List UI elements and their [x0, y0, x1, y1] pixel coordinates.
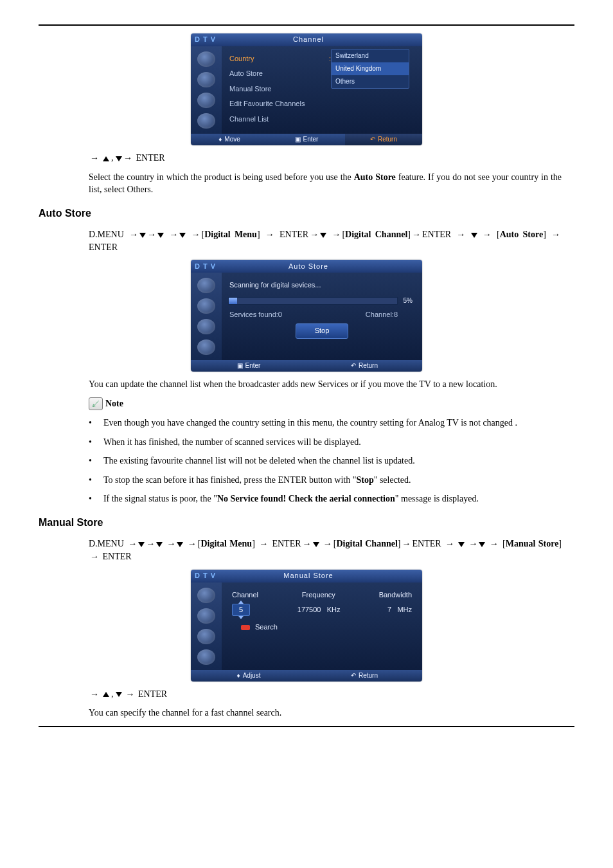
bandwidth-unit: MHz	[397, 606, 412, 613]
top-rule	[39, 24, 574, 26]
manual-headers: Channel Frequency Bandwidth	[228, 588, 416, 601]
side-icon	[197, 278, 215, 293]
bullet-list: •Even though you have changed the countr…	[89, 417, 562, 505]
progress-percent: 5%	[404, 296, 413, 305]
side-icon	[197, 72, 215, 87]
bandwidth-value: 7	[387, 606, 391, 613]
osd-title: Auto Store	[226, 262, 422, 271]
footer-return: ↶Return	[345, 134, 422, 145]
channel-count: Channel:8	[366, 310, 398, 320]
footer-enter: ▣Enter	[191, 360, 306, 372]
frequency-unit: KHz	[327, 606, 341, 613]
note-row: Note	[89, 397, 562, 410]
osd-title: Manual Store	[226, 571, 422, 581]
side-icon	[197, 339, 215, 355]
side-icon	[197, 608, 215, 624]
side-icon	[197, 649, 215, 665]
osd-tag: D T V	[191, 262, 226, 271]
side-icon	[197, 298, 215, 314]
search-label[interactable]: Search	[255, 622, 278, 632]
progress-bar: 5%	[228, 297, 398, 305]
osd-channel-menu: D T V Channel Country : Auto Store Manua…	[191, 33, 422, 145]
services-found: Services found:0	[229, 310, 282, 320]
side-icon	[197, 588, 215, 603]
footer-adjust: ♦Adjust	[191, 670, 306, 682]
osd-auto-store: D T V Auto Store Scanning for digital se…	[191, 260, 422, 372]
side-icon	[197, 319, 215, 334]
side-icon	[197, 93, 215, 108]
bullet-item: When it has finished, the number of scan…	[103, 436, 361, 449]
footer-enter: ▣Enter	[268, 134, 345, 145]
channel-value[interactable]: 5	[232, 604, 250, 616]
up-arrow-icon	[103, 156, 109, 161]
bullet-item: To stop the scan before it has finished,…	[103, 474, 411, 487]
dd-item[interactable]: United Kingdom	[332, 62, 409, 75]
bullet-item: The existing favourite channel list will…	[103, 455, 415, 467]
menu-path: D.MENU →→ → →[Digital Menu] → ENTER→ →[D…	[89, 538, 562, 563]
osd-tag: D T V	[191, 571, 226, 581]
down-arrow-icon	[116, 692, 122, 697]
note-icon	[89, 397, 103, 410]
nav-sequence: → , → ENTER	[89, 688, 562, 701]
bullet-item: Even though you have changed the country…	[103, 417, 517, 429]
stop-button[interactable]: Stop	[296, 323, 348, 338]
osd-title: Channel	[226, 35, 422, 44]
paragraph: You can specify the channel for a fast c…	[89, 707, 562, 719]
side-icon	[197, 51, 215, 67]
osd-manual-store: D T V Manual Store Channel Frequency Ban…	[191, 570, 422, 682]
nav-sequence: → , → ENTER	[89, 152, 562, 165]
menu-item-channel-list[interactable]: Channel List	[228, 112, 416, 127]
frequency-value: 177500	[298, 606, 321, 613]
bottom-rule	[39, 726, 574, 727]
down-arrow-icon	[116, 156, 122, 161]
footer-return: ↶Return	[306, 360, 422, 372]
up-arrow-icon	[103, 692, 109, 697]
menu-label: Country	[229, 55, 254, 62]
note-label: Note	[105, 397, 123, 410]
paragraph: Select the country in which the product …	[89, 171, 562, 196]
country-dropdown[interactable]: Switzerland United Kingdom Others	[331, 49, 409, 89]
menu-path: D.MENU →→ → →[Digital Menu] → ENTER→ →[D…	[89, 228, 562, 253]
red-button-icon	[241, 625, 250, 630]
footer-return: ↶Return	[306, 670, 422, 682]
heading-auto-store: Auto Store	[39, 206, 574, 221]
heading-manual-store: Manual Store	[39, 516, 574, 530]
bullet-item: If the signal status is poor, the "No Se…	[103, 493, 479, 505]
footer-move: ♦Move	[191, 134, 268, 145]
dd-item[interactable]: Switzerland	[332, 50, 409, 62]
paragraph: You can update the channel list when the…	[89, 378, 562, 391]
dd-item[interactable]: Others	[332, 75, 409, 88]
menu-item-edit-fav[interactable]: Edit Favourite Channels	[228, 96, 416, 111]
osd-tag: D T V	[191, 35, 226, 44]
scanning-label: Scanning for digital sevices...	[228, 278, 416, 293]
side-icon	[197, 629, 215, 644]
side-icon	[197, 113, 215, 129]
